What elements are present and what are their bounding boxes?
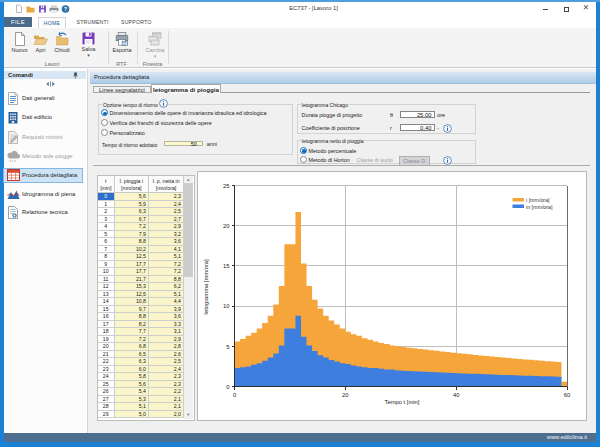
svg-text:20: 20 (223, 222, 229, 228)
svg-text:25: 25 (223, 182, 229, 188)
svg-text:Tempo t [min]: Tempo t [min] (384, 398, 419, 404)
svg-text:60: 60 (563, 391, 569, 397)
svg-text:10: 10 (223, 303, 229, 309)
svg-text:0: 0 (226, 383, 229, 389)
svg-text:in [mm/ora]: in [mm/ora] (526, 203, 553, 209)
svg-text:40: 40 (452, 391, 458, 397)
svg-text:Ietogramma [mm/ora]: Ietogramma [mm/ora] (203, 258, 209, 314)
svg-text:5: 5 (226, 343, 229, 349)
svg-text:15: 15 (223, 263, 229, 269)
svg-text:20: 20 (342, 391, 348, 397)
svg-text:0: 0 (232, 391, 235, 397)
svg-text:i [mm/ora]: i [mm/ora] (526, 197, 550, 203)
